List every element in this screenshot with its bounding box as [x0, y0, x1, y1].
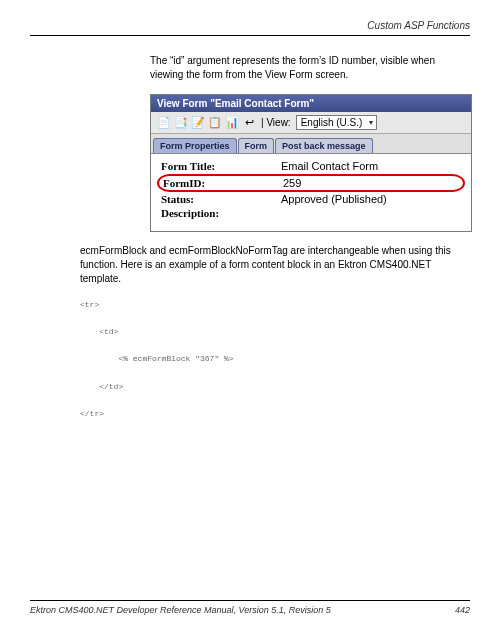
properties-panel: Form Title: Email Contact Form FormID: 2… [151, 153, 471, 231]
copy-icon[interactable]: 📑 [174, 116, 188, 130]
properties-icon[interactable]: 📋 [208, 116, 222, 130]
tab-bar: Form Properties Form Post back message [151, 134, 471, 153]
view-form-screenshot: View Form "Email Contact Form" 📄 📑 📝 📋 📊… [150, 94, 472, 232]
paragraph-2: ecmFormBlock and ecmFormBlockNoFormTag a… [80, 244, 470, 286]
tab-postback[interactable]: Post back message [275, 138, 373, 153]
page-header: Custom ASP Functions [30, 20, 470, 31]
prop-row-description: Description: [161, 207, 461, 219]
prop-row-status: Status: Approved (Published) [161, 193, 461, 205]
value-form-title: Email Contact Form [281, 160, 378, 172]
language-select[interactable]: English (U.S.) [296, 115, 378, 130]
label-form-title: Form Title: [161, 160, 281, 172]
value-status: Approved (Published) [281, 193, 387, 205]
footer-title: Ektron CMS400.NET Developer Reference Ma… [30, 605, 331, 615]
edit-icon[interactable]: 📝 [191, 116, 205, 130]
toolbar: 📄 📑 📝 📋 📊 ↩ | View: English (U.S.) [151, 112, 471, 134]
tab-form[interactable]: Form [238, 138, 275, 153]
paragraph-1: The “id” argument represents the form’s … [150, 54, 470, 82]
footer-rule [30, 600, 470, 601]
page-footer: Ektron CMS400.NET Developer Reference Ma… [30, 600, 470, 615]
back-icon[interactable]: ↩ [242, 116, 256, 130]
window-title-bar: View Form "Email Contact Form" [151, 95, 471, 112]
tab-form-properties[interactable]: Form Properties [153, 138, 237, 153]
page-number: 442 [455, 605, 470, 615]
prop-row-form-id: FormID: 259 [157, 174, 465, 192]
history-icon[interactable]: 📊 [225, 116, 239, 130]
label-status: Status: [161, 193, 281, 205]
value-form-id: 259 [283, 177, 301, 189]
header-rule [30, 35, 470, 36]
code-example: <tr> <td> <% ecmFormBlock "367" %> </td>… [80, 298, 470, 420]
prop-row-form-title: Form Title: Email Contact Form [161, 160, 461, 172]
label-form-id: FormID: [163, 177, 283, 189]
new-icon[interactable]: 📄 [157, 116, 171, 130]
label-description: Description: [161, 207, 281, 219]
view-label: | View: [261, 117, 291, 128]
